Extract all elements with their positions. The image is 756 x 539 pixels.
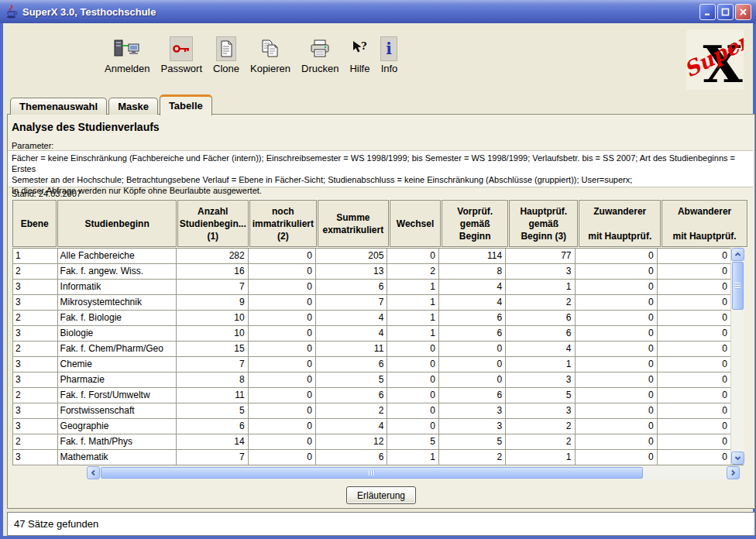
clone-button[interactable]: Clone bbox=[213, 36, 239, 74]
table-cell: 9 bbox=[177, 295, 248, 311]
table-row[interactable]: 2Fak. f. Forst/Umweltw110606500 bbox=[13, 388, 744, 403]
table-cell: 5 bbox=[316, 372, 387, 388]
table-cell: 3 bbox=[13, 280, 58, 295]
table-cell: 0 bbox=[387, 419, 439, 434]
table-cell: 2 bbox=[13, 264, 58, 280]
status-text: 47 Sätze gefunden bbox=[14, 518, 98, 530]
table-row[interactable]: 2Fak. f. angew. Wiss.1601328300 bbox=[13, 264, 744, 280]
table-cell: 114 bbox=[439, 249, 506, 264]
help-cursor-icon: ? bbox=[351, 36, 368, 61]
tab-themenauswahl[interactable]: Themenauswahl bbox=[10, 98, 107, 115]
table-cell: Mikrosystemtechnik bbox=[58, 295, 177, 311]
table-cell: 11 bbox=[177, 388, 248, 403]
table-cell: 1 bbox=[387, 450, 439, 465]
table-row[interactable]: 2Fak. f. Chem/Pharm/Geo1501100400 bbox=[13, 342, 744, 357]
table-cell: 0 bbox=[249, 357, 316, 372]
table-cell: 0 bbox=[387, 403, 439, 419]
table-cell: 77 bbox=[506, 249, 575, 264]
column-header[interactable]: Wechsel bbox=[390, 200, 441, 247]
tab-tabelle[interactable]: Tabelle bbox=[160, 94, 212, 115]
table-row[interactable]: 2Fak. f. Biologie100416600 bbox=[13, 311, 744, 326]
table-row[interactable]: 3Forstwissenschaft50203300 bbox=[13, 403, 744, 419]
table-row[interactable]: 3Geographie60403200 bbox=[13, 419, 744, 434]
kopieren-button[interactable]: Kopieren bbox=[250, 36, 290, 74]
table-cell: Fak. f. Chem/Pharm/Geo bbox=[58, 342, 177, 357]
column-header[interactable]: Ebene bbox=[12, 200, 57, 247]
table-row[interactable]: 3Mikrosystemtechnik90714200 bbox=[13, 295, 744, 311]
table-cell: 0 bbox=[249, 326, 316, 342]
table-cell: 1 bbox=[506, 357, 575, 372]
table-cell: 0 bbox=[387, 357, 439, 372]
column-header[interactable]: Hauptprüf.gemäßBeginn (3) bbox=[509, 200, 578, 247]
table-cell: 3 bbox=[13, 326, 58, 342]
table-cell: 2 bbox=[13, 342, 58, 357]
table-row[interactable]: 3Biologie100416600 bbox=[13, 326, 744, 342]
result-panel: Analyse des Studienverlaufs Parameter: F… bbox=[7, 114, 755, 509]
table-cell: 1 bbox=[387, 311, 439, 326]
column-header[interactable]: Vorprüf.gemäßBeginn bbox=[442, 200, 508, 247]
scroll-left-button[interactable] bbox=[87, 466, 100, 479]
parameter-line: Fächer = keine Einschränkung (Fachbereic… bbox=[12, 153, 749, 174]
table-cell: 0 bbox=[576, 372, 658, 388]
app-window: SuperX 3.0, Testhochschule bbox=[0, 0, 756, 539]
toolbar: Anmelden Passwort Clone bbox=[105, 36, 397, 74]
table-row[interactable]: 2Fak. f. Math/Phys1401255200 bbox=[13, 434, 744, 450]
maximize-button[interactable] bbox=[717, 4, 734, 20]
drucken-button[interactable]: Drucken bbox=[301, 36, 338, 74]
table-cell: Fak. f. Forst/Umweltw bbox=[58, 388, 177, 403]
minimize-button[interactable] bbox=[699, 4, 716, 20]
erlaeuterung-button[interactable]: Erläuterung bbox=[346, 486, 416, 504]
scroll-right-button[interactable] bbox=[727, 466, 740, 479]
table-row[interactable]: 1Alle Fachbereiche282020501147700 bbox=[13, 249, 744, 264]
tab-maske[interactable]: Maske bbox=[108, 98, 158, 115]
info-button[interactable]: i Info bbox=[380, 36, 397, 74]
document-icon bbox=[216, 36, 236, 61]
horizontal-scroll-thumb[interactable] bbox=[101, 467, 643, 479]
svg-text:i: i bbox=[387, 40, 393, 57]
info-icon: i bbox=[380, 36, 397, 61]
scroll-up-button[interactable] bbox=[731, 248, 744, 261]
table-cell: 0 bbox=[576, 311, 658, 326]
table-row[interactable]: 3Mathematik70612100 bbox=[13, 450, 744, 465]
horizontal-scrollbar[interactable] bbox=[87, 466, 740, 479]
superx-logo: X Super bbox=[686, 29, 744, 90]
table-cell: 0 bbox=[387, 342, 439, 357]
vertical-scroll-track[interactable] bbox=[731, 311, 744, 451]
table-row[interactable]: 3Informatik70614100 bbox=[13, 280, 744, 295]
table-cell: 2 bbox=[506, 434, 575, 450]
horizontal-scroll-track[interactable] bbox=[643, 466, 727, 479]
table-cell: 0 bbox=[439, 357, 506, 372]
close-button[interactable] bbox=[735, 4, 751, 20]
column-header[interactable]: AnzahlStudienbegin...(1) bbox=[177, 200, 249, 247]
vertical-scroll-thumb[interactable] bbox=[732, 262, 744, 310]
table-cell: 0 bbox=[576, 326, 658, 342]
vertical-scrollbar[interactable] bbox=[730, 248, 744, 465]
table-cell: 16 bbox=[177, 264, 248, 280]
table-cell: 4 bbox=[439, 295, 506, 311]
table-cell: 2 bbox=[13, 311, 58, 326]
hilfe-button[interactable]: ? Hilfe bbox=[349, 36, 369, 74]
table-cell: Fak. f. angew. Wiss. bbox=[58, 264, 177, 280]
table-cell: Fak. f. Biologie bbox=[58, 311, 177, 326]
table-cell: 6 bbox=[506, 326, 575, 342]
table-cell: 7 bbox=[177, 357, 248, 372]
table-cell: 0 bbox=[439, 372, 506, 388]
column-header[interactable]: Zuwanderer mit Hauptprüf. bbox=[579, 200, 661, 247]
column-header[interactable]: Studienbeginn bbox=[57, 200, 176, 247]
table-cell: 7 bbox=[177, 450, 248, 465]
passwort-button[interactable]: Passwort bbox=[161, 36, 202, 74]
table-header: EbeneStudienbeginnAnzahlStudienbegin...(… bbox=[12, 199, 748, 248]
table-cell: 3 bbox=[13, 450, 58, 465]
column-header[interactable]: Abwanderer mit Hauptprüf. bbox=[662, 200, 747, 247]
table-row[interactable]: 3Pharmazie80500300 bbox=[13, 372, 744, 388]
parameter-line: In dieser Abfrage werden nur Köpfe ohne … bbox=[12, 185, 749, 196]
table-cell: 0 bbox=[249, 434, 316, 450]
column-header[interactable]: Summeexmatrikuliert bbox=[318, 200, 389, 247]
table-cell: 0 bbox=[249, 403, 316, 419]
anmelden-button[interactable]: Anmelden bbox=[105, 36, 150, 74]
scroll-down-button[interactable] bbox=[731, 451, 744, 465]
table-cell: 4 bbox=[316, 419, 387, 434]
table-row[interactable]: 3Chemie70600100 bbox=[13, 357, 744, 372]
table-cell: 0 bbox=[576, 342, 658, 357]
column-header[interactable]: nochimmatrikuliert(2) bbox=[249, 200, 317, 247]
